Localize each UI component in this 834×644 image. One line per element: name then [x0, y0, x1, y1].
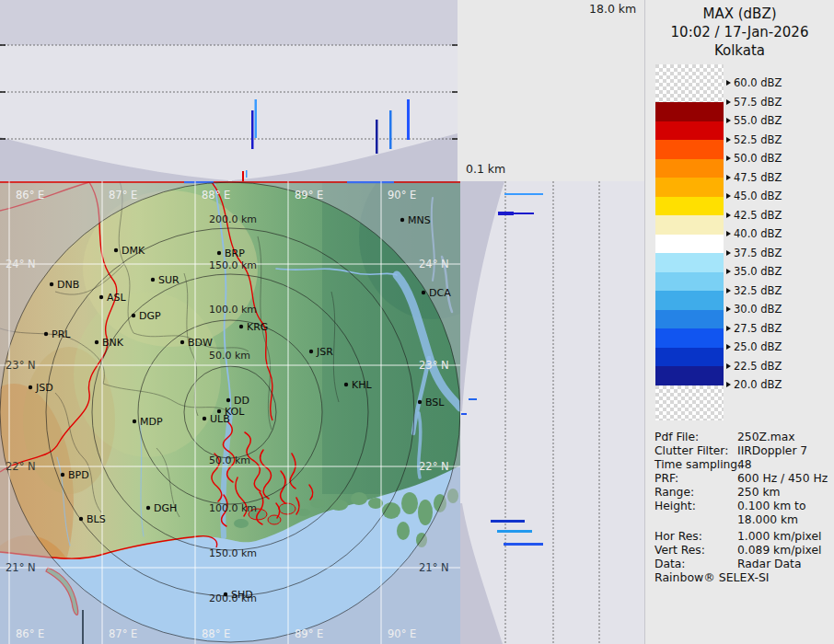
legend-arrow-icon [726, 344, 731, 350]
longitude-label: 86° E [16, 627, 44, 640]
station-label: BPD [68, 469, 89, 481]
station-label: SHD [231, 589, 253, 601]
station-label: MDP [140, 416, 163, 428]
metadata-value: 0.089 km/pixel [737, 544, 821, 558]
vertical-cross-section-right-panel [460, 181, 644, 644]
legend-threshold-label: 40.0 dBZ [726, 228, 782, 239]
station-marker [309, 350, 313, 353]
legend-color-band [655, 366, 724, 385]
station-marker [79, 517, 83, 521]
legend-color-band [655, 272, 724, 291]
metadata-row: Pdf File:250Z.max [654, 431, 830, 444]
station-label: DCA [429, 287, 451, 299]
range-ring-label: 150.0 km [209, 259, 257, 271]
legend-color-band [655, 215, 724, 235]
top-panel-upper-nodata-band [0, 0, 458, 45]
station-label: JSR [316, 346, 333, 358]
longitude-label: 89° E [295, 189, 323, 201]
legend-color-band [655, 253, 724, 272]
station-marker [422, 291, 425, 294]
legend-threshold-text: 30.0 dBZ [734, 303, 782, 316]
metadata-value: 250Z.max [737, 431, 795, 444]
max-height-label: 18.0 km [589, 2, 636, 16]
legend-color-band [655, 140, 724, 159]
metadata-row: PRF:600 Hz / 450 Hz [654, 472, 830, 486]
station-label: ULB [210, 413, 230, 425]
right-panel-background [460, 181, 644, 644]
latitude-label: 23° N [419, 359, 449, 372]
station-marker [146, 506, 150, 510]
legend-color-band [655, 328, 724, 348]
metadata-value: 0.100 km to [737, 500, 805, 513]
metadata-value: 48 [737, 458, 752, 472]
longitude-label: 88° E [202, 627, 230, 640]
metadata-label: Time sampling: [654, 458, 737, 472]
legend-arrow-icon [726, 250, 731, 256]
legend-threshold-text: 32.5 dBZ [734, 284, 782, 297]
station-marker [151, 278, 155, 282]
station-label: KHL [352, 379, 372, 391]
longitude-label: 89° E [295, 627, 323, 640]
latitude-label: 21° N [419, 561, 449, 574]
legend-arrow-icon [726, 175, 731, 180]
station-marker [44, 332, 48, 336]
station-label: KRG [247, 321, 268, 333]
legend-threshold-label: 30.0 dBZ [726, 304, 782, 315]
legend-arrow-icon [726, 80, 731, 86]
latitude-label: 24° N [419, 258, 449, 270]
latitude-label: 23° N [6, 359, 36, 372]
station-label: DNB [57, 279, 79, 291]
legend-threshold-label: 60.0 dBZ [726, 77, 782, 88]
metadata-row: Clutter Filter:IIRDoppler 7 [654, 444, 830, 458]
legend-threshold-text: 50.0 dBZ [734, 152, 782, 165]
legend-threshold-text: 20.0 dBZ [734, 378, 782, 391]
legend-color-band [655, 291, 724, 310]
longitude-label: 90° E [388, 189, 416, 201]
metadata-label: Vert Res: [654, 544, 737, 558]
radar-map: 86° E86° E87° E87° E88° E88° E89° E89° E… [0, 181, 460, 644]
metadata-label: Clutter Filter: [654, 444, 737, 458]
legend-threshold-label: 55.0 dBZ [726, 115, 782, 126]
legend-threshold-text: 22.5 dBZ [734, 360, 782, 373]
metadata-value: 18.000 km [737, 513, 798, 527]
metadata-row: 18.000 km [654, 513, 830, 527]
station-label: DGH [154, 502, 177, 514]
latitude-label: 22° N [419, 460, 449, 473]
station-marker [203, 417, 206, 420]
legend-arrow-icon [726, 99, 731, 105]
station-marker [50, 282, 53, 286]
product-title: MAX (dBZ) [645, 5, 834, 23]
metadata-row: Hor Res:1.000 km/pixel [654, 530, 830, 544]
station-label: JSD [35, 382, 53, 394]
station-marker [133, 420, 136, 423]
range-ring-label: 200.0 km [209, 213, 257, 225]
station-marker [217, 251, 221, 255]
min-height-label: 0.1 km [466, 162, 505, 176]
legend-threshold-text: 60.0 dBZ [734, 76, 782, 89]
legend-arrow-icon [726, 288, 731, 293]
software-brand: Rainbow® SELEX-SI [654, 570, 770, 584]
legend-color-band [655, 102, 724, 121]
legend-arrow-icon [726, 193, 731, 199]
legend-color-band [655, 310, 724, 328]
legend-threshold-text: 52.5 dBZ [734, 133, 782, 146]
legend-arrow-icon [726, 269, 731, 274]
station-marker [224, 592, 227, 596]
legend-arrow-icon [726, 382, 731, 387]
legend-arrow-icon [726, 155, 731, 161]
station-label: PRL [52, 328, 71, 340]
legend-threshold-label: 35.0 dBZ [726, 266, 782, 277]
legend-arrow-icon [726, 137, 731, 143]
legend-threshold-text: 45.0 dBZ [734, 190, 782, 202]
legend-threshold-text: 42.5 dBZ [734, 209, 782, 222]
station-label: BSL [425, 397, 445, 408]
metadata-row: Data:Radar Data [654, 558, 830, 571]
legend-color-band [655, 348, 724, 366]
station-marker [180, 340, 184, 344]
range-ring-label: 50.0 km [209, 350, 250, 362]
longitude-label: 86° E [16, 189, 44, 201]
radar-application-window: { "header": { "product": "MAX (dBZ)", "t… [0, 0, 834, 644]
station-label: ASL [107, 292, 127, 304]
metadata-label [654, 513, 737, 527]
metadata-label: Pdf File: [654, 431, 737, 444]
